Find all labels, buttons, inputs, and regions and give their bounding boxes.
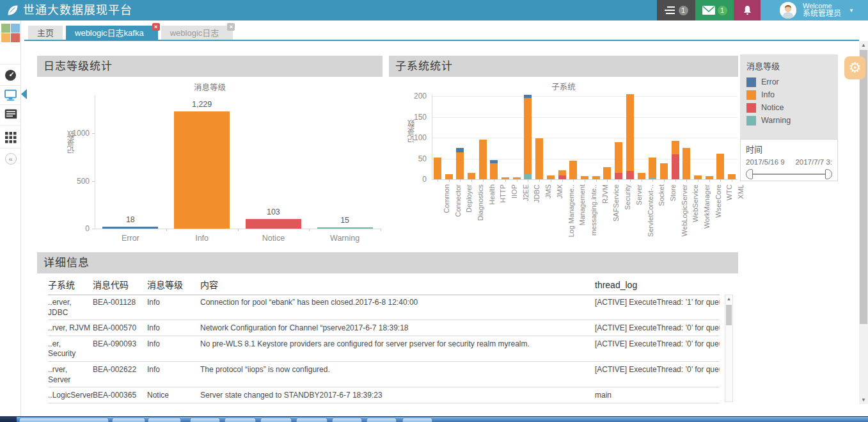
cell-level: Info bbox=[147, 320, 200, 336]
bar-segment-info[interactable] bbox=[456, 152, 464, 179]
time-range-slider[interactable] bbox=[746, 168, 832, 180]
taskbar-button[interactable] bbox=[296, 418, 327, 422]
bar-segment-info[interactable] bbox=[638, 173, 645, 179]
x-tick-label: Server bbox=[635, 184, 644, 252]
bar-value-label: 18 bbox=[105, 215, 156, 224]
taskbar-button[interactable] bbox=[225, 418, 256, 422]
windows-taskbar[interactable] bbox=[0, 416, 868, 422]
tab-weblogic日志[interactable]: weblogic日志× bbox=[161, 26, 233, 40]
tasks-button[interactable]: 1 bbox=[657, 0, 695, 20]
legend-item-warning[interactable]: Warning bbox=[746, 114, 832, 127]
tab-label: weblogic日志 bbox=[170, 26, 219, 40]
bar-segment-info[interactable] bbox=[524, 98, 532, 174]
bar-segment-info[interactable] bbox=[479, 140, 487, 179]
user-avatar bbox=[780, 2, 796, 19]
column-header-消息等级[interactable]: 消息等级 bbox=[147, 278, 200, 295]
bar-segment-info[interactable] bbox=[535, 138, 543, 179]
column-header-子系统[interactable]: 子系统 bbox=[48, 278, 93, 295]
bar-value-label: 1,229 bbox=[177, 100, 228, 109]
tab-主页[interactable]: 主页 bbox=[28, 26, 63, 40]
page-scroll-down-icon[interactable]: ▼ bbox=[859, 396, 868, 404]
bar-segment-info[interactable] bbox=[569, 161, 577, 179]
page-scrollbar[interactable]: ▲ ▼ bbox=[859, 41, 868, 404]
mail-button[interactable]: 1 bbox=[695, 0, 734, 20]
tab-weblogic日志kafka[interactable]: weblogic日志kafka× bbox=[66, 26, 158, 40]
sidebar-item-list-active[interactable] bbox=[0, 109, 21, 122]
page-scrollbar-thumb[interactable] bbox=[860, 50, 867, 324]
bar-segment-info[interactable] bbox=[626, 94, 634, 171]
sidebar-item-apps[interactable] bbox=[0, 132, 21, 146]
bar-segment-info[interactable] bbox=[660, 163, 668, 179]
bar-segment-notice[interactable] bbox=[626, 171, 634, 179]
taskbar-button[interactable] bbox=[190, 418, 220, 422]
x-tick-label: Health bbox=[487, 184, 497, 252]
bar-segment-info[interactable] bbox=[672, 141, 679, 154]
bar-segment-notice[interactable] bbox=[615, 173, 622, 179]
y-tick-mark bbox=[92, 181, 95, 182]
taskbar-button[interactable] bbox=[402, 418, 432, 422]
legend-item-notice[interactable]: Notice bbox=[746, 101, 832, 114]
bar-segment-info[interactable] bbox=[468, 173, 475, 179]
legend-item-info[interactable]: Info bbox=[746, 88, 832, 101]
table-scrollbar[interactable]: ▲ bbox=[725, 295, 733, 402]
column-header-内容[interactable]: 内容 bbox=[200, 278, 595, 295]
start-button[interactable] bbox=[0, 417, 17, 422]
table-row[interactable]: ..rver, RJVMBEA-000570InfoNetwork Config… bbox=[48, 320, 720, 336]
bar-segment-error[interactable] bbox=[524, 95, 532, 98]
table-row[interactable]: ..er, SecurityBEA-090093InfoNo pre-WLS 8… bbox=[48, 336, 720, 362]
user-menu[interactable]: Welcome 系统管理员 ▼ bbox=[761, 0, 868, 20]
bar-segment-info[interactable] bbox=[603, 167, 611, 179]
taskbar-button[interactable] bbox=[260, 418, 292, 422]
scroll-up-icon[interactable]: ▲ bbox=[725, 295, 732, 303]
sidebar-item-monitor[interactable] bbox=[0, 90, 21, 103]
time-filter-panel: 时间 2017/5/16 9 2017/7/7 3: bbox=[740, 139, 838, 181]
tab-close-icon[interactable]: × bbox=[227, 23, 235, 31]
bar-segment-info[interactable] bbox=[716, 154, 724, 179]
taskbar-button[interactable] bbox=[367, 418, 397, 422]
bar-notice[interactable] bbox=[246, 219, 301, 229]
table-row[interactable]: ..LogicServerBEA-000365NoticeServer stat… bbox=[48, 387, 720, 403]
x-tick-mark bbox=[238, 229, 239, 231]
bar-segment-info[interactable] bbox=[547, 175, 555, 179]
bar-segment-info[interactable] bbox=[615, 142, 622, 174]
sidebar-item-dashboard[interactable] bbox=[0, 69, 21, 84]
bar-segment-notice[interactable] bbox=[672, 154, 679, 179]
bar-info[interactable] bbox=[174, 111, 230, 229]
column-header-消息代码[interactable]: 消息代码 bbox=[93, 278, 147, 295]
bar-segment-info[interactable] bbox=[445, 174, 453, 179]
bar-segment-warning[interactable] bbox=[524, 174, 532, 179]
bar-segment-info[interactable] bbox=[683, 148, 690, 179]
bar-segment-notice[interactable] bbox=[558, 175, 566, 179]
slider-handle-end[interactable] bbox=[825, 169, 832, 179]
bar-segment-error[interactable] bbox=[490, 160, 498, 163]
table-scrollbar-thumb[interactable] bbox=[726, 305, 732, 325]
sidebar-collapse-button[interactable]: « bbox=[0, 152, 21, 165]
bar-warning[interactable] bbox=[317, 227, 373, 229]
taskbar-button[interactable] bbox=[112, 418, 145, 422]
settings-gear-button[interactable]: ⚙ bbox=[844, 56, 865, 79]
bar-segment-info[interactable] bbox=[694, 175, 702, 179]
tab-close-icon[interactable]: × bbox=[152, 23, 160, 31]
bar-segment-error[interactable] bbox=[456, 148, 464, 152]
bar-segment-info[interactable] bbox=[558, 170, 566, 175]
notifications-button[interactable] bbox=[734, 0, 761, 20]
bar-segment-info[interactable] bbox=[649, 158, 656, 178]
table-body: ..erver, JDBCBEA-001128InfoConnection fo… bbox=[48, 295, 720, 403]
x-tick-label: Error bbox=[102, 234, 159, 243]
slider-track bbox=[747, 174, 831, 175]
column-header-thread_log[interactable]: thread_log bbox=[595, 278, 720, 295]
bar-segment-info[interactable] bbox=[434, 158, 441, 179]
x-tick-mark bbox=[596, 179, 597, 182]
x-tick-label: J2EE bbox=[521, 184, 531, 252]
bar-error[interactable] bbox=[102, 227, 158, 229]
bar-segment-info[interactable] bbox=[490, 163, 498, 179]
taskbar-button[interactable] bbox=[148, 418, 181, 422]
legend-item-error[interactable]: Error bbox=[746, 76, 832, 88]
table-row[interactable]: ..rver, ServerBEA-002622InfoThe protocol… bbox=[48, 362, 720, 387]
taskbar-button[interactable] bbox=[19, 418, 109, 422]
slider-handle-start[interactable] bbox=[746, 169, 753, 179]
bar-segment-info[interactable] bbox=[728, 174, 736, 179]
taskbar-button[interactable] bbox=[332, 418, 362, 422]
table-row[interactable]: ..erver, JDBCBEA-001128InfoConnection fo… bbox=[48, 295, 720, 320]
page-scroll-up-icon[interactable]: ▲ bbox=[859, 41, 868, 49]
